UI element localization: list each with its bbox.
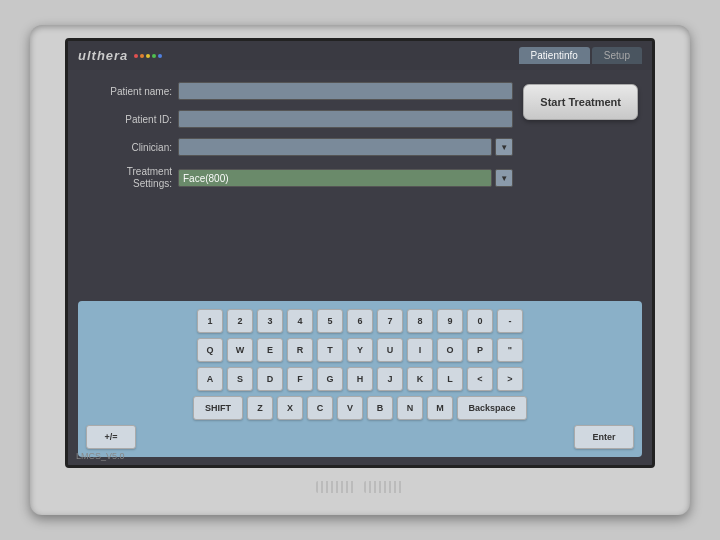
key-7[interactable]: 7	[377, 309, 403, 333]
patient-name-input[interactable]	[178, 82, 513, 100]
key-plus-equals[interactable]: +/=	[86, 425, 136, 449]
key-k[interactable]: K	[407, 367, 433, 391]
patient-id-input[interactable]	[178, 110, 513, 128]
tab-patientinfo[interactable]: Patientinfo	[519, 47, 590, 64]
key-v[interactable]: V	[337, 396, 363, 420]
key-4[interactable]: 4	[287, 309, 313, 333]
key-row-1: 1 2 3 4 5 6 7 8 9 0 -	[86, 309, 634, 333]
key-enter[interactable]: Enter	[574, 425, 634, 449]
app-logo: ulthera	[78, 48, 128, 63]
key-backspace[interactable]: Backspace	[457, 396, 527, 420]
key-n[interactable]: N	[397, 396, 423, 420]
tabs-area: Patientinfo Setup	[519, 47, 642, 64]
key-f[interactable]: F	[287, 367, 313, 391]
key-row-4: SHIFT Z X C V B N M Backspace	[86, 396, 634, 420]
monitor: ulthera Patientinfo Setup	[30, 25, 690, 515]
key-r[interactable]: R	[287, 338, 313, 362]
logo-dot-1	[134, 54, 138, 58]
key-c[interactable]: C	[307, 396, 333, 420]
key-i[interactable]: I	[407, 338, 433, 362]
key-shift[interactable]: SHIFT	[193, 396, 243, 420]
screen-inner: ulthera Patientinfo Setup	[68, 41, 652, 465]
treatment-settings-row: TreatmentSettings: Face(800) ▼	[82, 166, 513, 190]
key-greater[interactable]: >	[497, 367, 523, 391]
key-y[interactable]: Y	[347, 338, 373, 362]
key-row-5: +/= Enter	[86, 425, 634, 449]
key-row-3: A S D F G H J K L < >	[86, 367, 634, 391]
patient-name-label: Patient name:	[82, 86, 172, 97]
key-row-2: Q W E R T Y U I O P "	[86, 338, 634, 362]
key-8[interactable]: 8	[407, 309, 433, 333]
monitor-bottom	[316, 472, 404, 502]
top-bar: ulthera Patientinfo Setup	[68, 41, 652, 70]
clinician-field: ▼	[178, 138, 513, 156]
key-w[interactable]: W	[227, 338, 253, 362]
main-content: Patient name: Patient ID: Clinician: ▼	[68, 70, 652, 297]
patient-id-row: Patient ID:	[82, 110, 513, 128]
treatment-settings-field: Face(800) ▼	[178, 169, 513, 187]
key-g[interactable]: G	[317, 367, 343, 391]
key-p[interactable]: P	[467, 338, 493, 362]
patient-id-label: Patient ID:	[82, 114, 172, 125]
key-a[interactable]: A	[197, 367, 223, 391]
key-o[interactable]: O	[437, 338, 463, 362]
key-e[interactable]: E	[257, 338, 283, 362]
key-u[interactable]: U	[377, 338, 403, 362]
key-5[interactable]: 5	[317, 309, 343, 333]
key-quote[interactable]: "	[497, 338, 523, 362]
logo-dot-3	[146, 54, 150, 58]
logo-dot-5	[158, 54, 162, 58]
key-q[interactable]: Q	[197, 338, 223, 362]
tab-setup[interactable]: Setup	[592, 47, 642, 64]
clinician-input[interactable]	[178, 138, 492, 156]
key-0[interactable]: 0	[467, 309, 493, 333]
key-m[interactable]: M	[427, 396, 453, 420]
monitor-speaker-left	[316, 481, 356, 493]
monitor-speaker-right	[364, 481, 404, 493]
clinician-label: Clinician:	[82, 142, 172, 153]
key-less[interactable]: <	[467, 367, 493, 391]
key-1[interactable]: 1	[197, 309, 223, 333]
form-area: Patient name: Patient ID: Clinician: ▼	[82, 82, 513, 285]
key-l[interactable]: L	[437, 367, 463, 391]
key-h[interactable]: H	[347, 367, 373, 391]
clinician-dropdown-btn[interactable]: ▼	[495, 138, 513, 156]
right-panel: Start Treatment	[523, 82, 638, 285]
key-b[interactable]: B	[367, 396, 393, 420]
logo-dots	[134, 54, 162, 58]
patient-name-row: Patient name:	[82, 82, 513, 100]
key-9[interactable]: 9	[437, 309, 463, 333]
key-minus[interactable]: -	[497, 309, 523, 333]
key-d[interactable]: D	[257, 367, 283, 391]
screen: ulthera Patientinfo Setup	[65, 38, 655, 468]
key-3[interactable]: 3	[257, 309, 283, 333]
key-j[interactable]: J	[377, 367, 403, 391]
logo-area: ulthera	[78, 48, 162, 63]
clinician-row: Clinician: ▼	[82, 138, 513, 156]
version-label: LMCS_V5.0	[76, 451, 125, 461]
key-s[interactable]: S	[227, 367, 253, 391]
key-z[interactable]: Z	[247, 396, 273, 420]
treatment-settings-value: Face(800)	[178, 169, 492, 187]
start-treatment-button[interactable]: Start Treatment	[523, 84, 638, 120]
treatment-settings-label: TreatmentSettings:	[82, 166, 172, 190]
logo-dot-4	[152, 54, 156, 58]
logo-dot-2	[140, 54, 144, 58]
keyboard: 1 2 3 4 5 6 7 8 9 0 - Q W E R	[78, 301, 642, 457]
key-t[interactable]: T	[317, 338, 343, 362]
treatment-settings-dropdown-btn[interactable]: ▼	[495, 169, 513, 187]
key-x[interactable]: X	[277, 396, 303, 420]
key-6[interactable]: 6	[347, 309, 373, 333]
key-2[interactable]: 2	[227, 309, 253, 333]
